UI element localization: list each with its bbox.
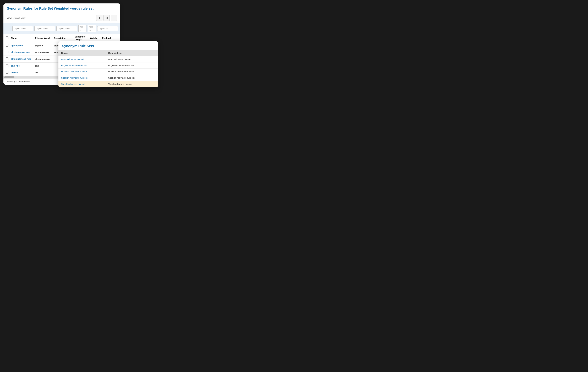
row-2-name-link[interactable]: aktsionernoye rule (11, 57, 35, 61)
filter-weight-range (88, 25, 96, 32)
row-2-primary: aktsionernoye (35, 58, 54, 60)
header-weight: Weight (90, 37, 102, 39)
secondary-panel: Synonym Rule Sets Name Description Arab … (58, 41, 158, 87)
filter-desc-input[interactable] (56, 26, 77, 31)
secondary-table-header: Name Description (58, 50, 158, 56)
row-4-primary: ao (35, 71, 54, 74)
sec-row-1-name-link[interactable]: English nickname rule set (61, 64, 108, 67)
main-panel-title: Synonym Rules for Rule Set Weighted word… (7, 7, 117, 11)
row-checkbox-col (6, 57, 11, 61)
row-3-name-link[interactable]: and rule (11, 64, 35, 67)
secondary-table-row-highlighted: Weighted words rule set Weighted words r… (58, 81, 158, 87)
scrollbar-thumb[interactable] (4, 76, 14, 78)
toolbar-icons: ⬇ ⊞ — (96, 15, 117, 21)
row-1-checkbox[interactable] (6, 51, 8, 53)
secondary-panel-title: Synonym Rule Sets (62, 44, 155, 48)
sec-row-0-desc: Arab nickname rule set (108, 58, 155, 61)
secondary-table-row: Arab nickname rule set Arab nickname rul… (58, 56, 158, 63)
filter-sub-length-range (78, 25, 86, 32)
more-button[interactable]: — (111, 15, 117, 21)
row-1-name-link[interactable]: aktsionernoe rule (11, 51, 35, 54)
sec-row-3-desc: Spanish nickname rule set (108, 76, 155, 79)
row-checkbox-col (6, 71, 11, 74)
row-0-primary: agency (35, 44, 54, 47)
row-4-name-link[interactable]: ao rule (11, 71, 35, 74)
header-substitute-length: Substitute Length (74, 35, 90, 41)
row-2-checkbox[interactable] (6, 57, 8, 60)
main-panel-header: Synonym Rules for Rule Set Weighted word… (3, 3, 120, 13)
toolbar: View: Default View ⬇ ⊞ — (3, 13, 120, 23)
row-checkbox-col (6, 51, 11, 54)
secondary-table-row: Spanish nickname rule set Spanish nickna… (58, 75, 158, 81)
header-checkbox-col (6, 36, 11, 40)
filter-weight-from[interactable] (89, 25, 95, 28)
header-enabled: Enabled (102, 37, 112, 39)
sec-header-name: Name (61, 52, 108, 54)
sec-header-description: Description (108, 52, 155, 54)
sec-row-4-desc: Weighted words rule set (108, 83, 155, 85)
sec-row-2-desc: Russian nickname rule set (108, 70, 155, 73)
row-0-name-link[interactable]: agency rule (11, 44, 35, 47)
row-3-primary: and (35, 64, 54, 67)
sec-row-2-name-link[interactable]: Russian nickname rule set (61, 70, 108, 73)
header-name: Name ↑↓ (11, 37, 35, 39)
filter-sub-length-from[interactable] (80, 25, 85, 28)
filter-sub-length-to[interactable] (80, 29, 85, 32)
secondary-panel-header: Synonym Rule Sets (58, 41, 158, 50)
header-description: Description (54, 37, 74, 39)
row-4-checkbox[interactable] (6, 71, 8, 74)
header-primary-word: Primary Word (35, 37, 54, 39)
row-checkbox-col (6, 44, 11, 47)
filter-row (3, 23, 120, 34)
filter-name-input[interactable] (12, 26, 33, 31)
filter-weight-to[interactable] (89, 29, 95, 32)
filter-enabled-input[interactable] (97, 26, 118, 31)
sort-icon[interactable]: ↑↓ (18, 37, 20, 39)
columns-button[interactable]: ⊞ (104, 15, 110, 21)
row-checkbox-col (6, 64, 11, 67)
row-1-primary: aktsionernoe (35, 51, 54, 54)
sec-row-0-name-link[interactable]: Arab nickname rule set (61, 58, 108, 61)
row-0-checkbox[interactable] (6, 44, 8, 47)
table-header: Name ↑↓ Primary Word Description Substit… (3, 34, 120, 42)
filter-primary-input[interactable] (34, 26, 55, 31)
secondary-table-row: Russian nickname rule set Russian nickna… (58, 69, 158, 75)
secondary-table-row: English nickname rule set English nickna… (58, 63, 158, 69)
select-all-checkbox[interactable] (6, 36, 8, 39)
sec-row-3-name-link[interactable]: Spanish nickname rule set (61, 76, 108, 79)
download-button[interactable]: ⬇ (96, 15, 103, 21)
sec-row-4-name-link[interactable]: Weighted words rule set (61, 83, 108, 85)
row-3-checkbox[interactable] (6, 64, 8, 67)
sec-row-1-desc: English nickname rule set (108, 64, 155, 67)
view-label: View: Default View (7, 17, 25, 19)
